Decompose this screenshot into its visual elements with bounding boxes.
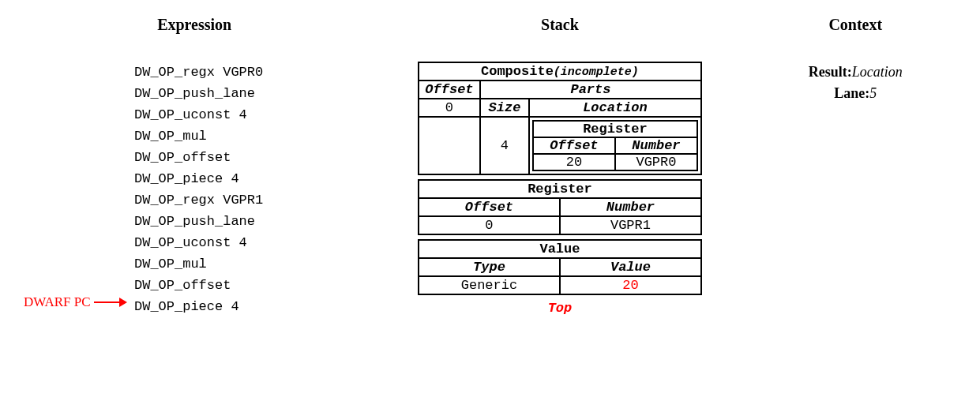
stack-wrapper: Composite(incomplete) Offset 0 Parts Siz… [404,62,715,316]
inner-register-title: Register [534,122,697,137]
instruction: DW_OP_uconst 4 [134,104,365,125]
value-type-header: Type [419,259,561,275]
instruction: DW_OP_mul [134,125,365,147]
inner-offset-header: Offset [534,138,616,153]
value-value-header: Value [561,259,700,275]
inner-register-values: 20 VGPR0 [534,153,697,170]
inner-offset-value: 20 [534,155,616,170]
context-column: Context Result:Location Lane:5 [755,16,957,317]
size-header: Size [481,99,528,118]
expression-column: Expression DW_OP_regx VGPR0 DW_OP_push_l… [24,16,365,317]
inner-register-box: Register Offset Number 20 VGPR0 [532,120,698,171]
value-type-value: Generic [419,277,561,294]
composite-title-text: Composite [481,64,554,79]
dwarf-pc-pointer: DWARF PC [24,294,126,310]
offset-header: Offset [419,80,479,99]
instruction: DW_OP_piece 4 [134,168,365,189]
instruction: DW_OP_push_lane [134,211,365,232]
inner-register-headers: Offset Number [534,137,697,153]
register-headers: Offset Number [419,197,700,215]
composite-box: Composite(incomplete) Offset 0 Parts Siz… [418,62,702,175]
instruction: DW_OP_mul [134,253,365,275]
inner-number-value: VGPR0 [616,155,697,170]
instruction: DW_OP_regx VGPR1 [134,189,365,211]
register-values: 0 VGPR1 [419,215,700,234]
value-box: Value Type Value Generic 20 [418,239,702,295]
inner-number-header: Number [616,138,697,153]
instruction: DW_OP_offset [134,147,365,168]
result-value: Location [852,64,903,80]
value-value-value: 20 [561,277,700,294]
instruction: DW_OP_offset [134,275,365,296]
register-offset-header: Offset [419,199,561,215]
register-title: Register [419,181,700,197]
register-number-header: Number [561,199,700,215]
lane-row: Lane:5 [755,83,957,104]
value-headers: Type Value [419,257,700,275]
top-label: Top [548,301,573,316]
instruction: DW_OP_uconst 4 [134,232,365,253]
lane-value: 5 [869,85,877,101]
composite-body: Offset 0 Parts Size 4 Location [419,80,700,174]
stack-column: Stack Composite(incomplete) Offset 0 Par… [404,16,715,317]
value-title: Value [419,241,700,257]
context-body: Result:Location Lane:5 [755,62,957,104]
value-values: Generic 20 [419,275,700,294]
pc-label: DWARF PC [24,294,91,310]
location-header: Location [530,99,700,118]
register-number-value: VGPR1 [561,217,700,234]
register-box: Register Offset Number 0 VGPR1 [418,179,702,235]
size-col: Size 4 [481,99,530,174]
lane-label: Lane: [834,85,869,101]
context-heading: Context [755,16,957,34]
instruction: DW_OP_push_lane [134,83,365,104]
register-offset-value: 0 [419,217,561,234]
location-col: Location Register Offset Number 20 [530,99,700,174]
parts-header: Parts [481,80,700,99]
offset-value: 0 [419,99,479,118]
composite-suffix: (incomplete) [554,66,639,79]
composite-offset-col: Offset 0 [419,80,481,174]
instruction: DW_OP_piece 4 [134,296,365,317]
result-label: Result: [809,64,852,80]
parts-col: Parts Size 4 Location Register [481,80,700,174]
parts-body: Size 4 Location Register Offset Number [481,99,700,174]
expression-heading: Expression [24,16,365,34]
main-container: Expression DW_OP_regx VGPR0 DW_OP_push_l… [24,16,956,317]
arrow-right-icon [94,301,126,303]
instruction-list: DW_OP_regx VGPR0 DW_OP_push_lane DW_OP_u… [134,62,365,317]
stack-heading: Stack [404,16,715,34]
result-row: Result:Location [755,62,957,83]
instruction: DW_OP_regx VGPR0 [134,62,365,83]
size-value: 4 [481,118,528,174]
composite-title: Composite(incomplete) [419,63,700,80]
